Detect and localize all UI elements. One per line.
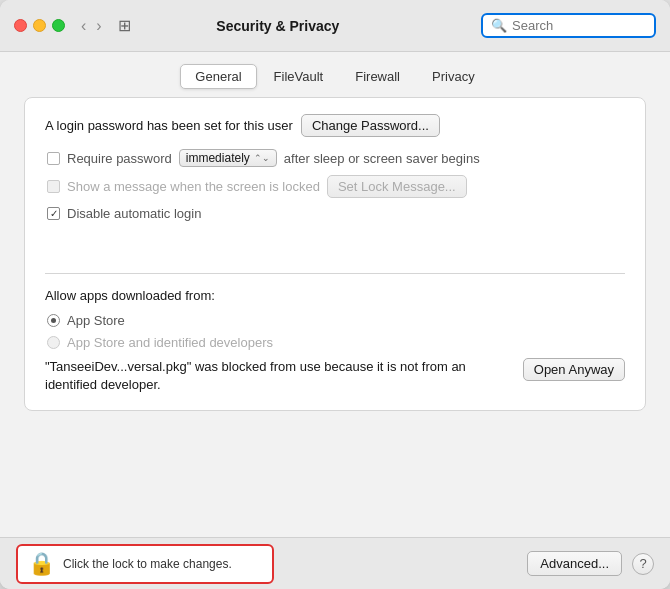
help-button[interactable]: ? (632, 553, 654, 575)
show-message-checkbox[interactable] (47, 180, 60, 193)
allow-apps-label: Allow apps downloaded from: (45, 288, 625, 303)
main-window: ‹ › ⊞ Security & Privacy 🔍 General FileV… (0, 0, 670, 589)
tabs-bar: General FileVault Firewall Privacy (0, 52, 670, 97)
close-button[interactable] (14, 19, 27, 32)
disable-auto-login-checkbox[interactable] (47, 207, 60, 220)
show-message-label: Show a message when the screen is locked (67, 179, 320, 194)
lock-area[interactable]: 🔒 Click the lock to make changes. (16, 544, 274, 584)
require-password-row: Require password immediately ⌃⌄ after sl… (45, 149, 625, 167)
tab-privacy[interactable]: Privacy (417, 64, 490, 89)
window-title: Security & Privacy (83, 18, 473, 34)
login-password-row: A login password has been set for this u… (45, 114, 625, 137)
show-message-row: Show a message when the screen is locked… (45, 175, 625, 198)
app-store-radio-row: App Store (45, 313, 625, 328)
minimize-button[interactable] (33, 19, 46, 32)
set-lock-message-button[interactable]: Set Lock Message... (327, 175, 467, 198)
require-password-checkbox[interactable] (47, 152, 60, 165)
after-sleep-label: after sleep or screen saver begins (284, 151, 480, 166)
general-section: A login password has been set for this u… (24, 97, 646, 411)
blocked-text: "TanseeiDev...versal.pkg" was blocked fr… (45, 358, 513, 394)
app-store-radio[interactable] (47, 314, 60, 327)
immediately-value: immediately (186, 151, 250, 165)
disable-auto-login-label: Disable automatic login (67, 206, 201, 221)
login-password-text: A login password has been set for this u… (45, 118, 293, 133)
change-password-button[interactable]: Change Password... (301, 114, 440, 137)
footer: 🔒 Click the lock to make changes. Advanc… (0, 537, 670, 589)
fullscreen-button[interactable] (52, 19, 65, 32)
lock-icon: 🔒 (28, 551, 55, 577)
tab-general[interactable]: General (180, 64, 256, 89)
search-input[interactable] (512, 18, 646, 33)
tab-firewall[interactable]: Firewall (340, 64, 415, 89)
search-icon: 🔍 (491, 18, 507, 33)
disable-auto-login-row: Disable automatic login (45, 206, 625, 221)
tab-filevault[interactable]: FileVault (259, 64, 339, 89)
app-store-identified-radio-row: App Store and identified developers (45, 335, 625, 350)
content-area: A login password has been set for this u… (0, 97, 670, 537)
lock-text: Click the lock to make changes. (63, 557, 232, 571)
titlebar: ‹ › ⊞ Security & Privacy 🔍 (0, 0, 670, 52)
search-box[interactable]: 🔍 (481, 13, 656, 38)
app-store-label: App Store (67, 313, 125, 328)
app-store-identified-label: App Store and identified developers (67, 335, 273, 350)
require-password-label: Require password (67, 151, 172, 166)
app-store-identified-radio[interactable] (47, 336, 60, 349)
traffic-lights (14, 19, 65, 32)
advanced-button[interactable]: Advanced... (527, 551, 622, 576)
blocked-file-row: "TanseeiDev...versal.pkg" was blocked fr… (45, 358, 625, 394)
dropdown-arrow-icon: ⌃⌄ (254, 153, 270, 163)
immediately-dropdown[interactable]: immediately ⌃⌄ (179, 149, 277, 167)
open-anyway-button[interactable]: Open Anyway (523, 358, 625, 381)
